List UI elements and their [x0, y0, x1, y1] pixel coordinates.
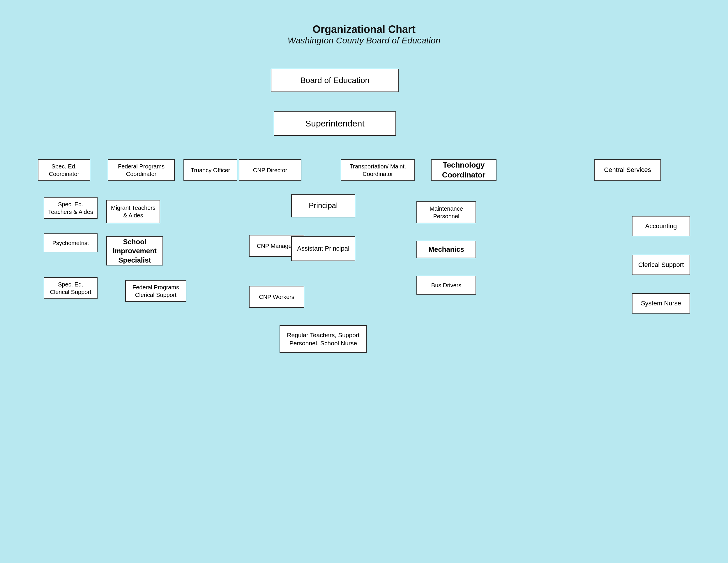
spec-ed-teachers-box: Spec. Ed. Teachers & Aides	[44, 197, 98, 219]
psychometrist-box: Psychometrist	[44, 233, 98, 252]
superintendent-box: Superintendent	[274, 111, 396, 136]
assistant-principal-box: Assistant Principal	[291, 236, 355, 261]
cnp-workers-box: CNP Workers	[249, 286, 304, 308]
clerical-support-box: Clerical Support	[632, 255, 690, 275]
truancy-officer-box: Truancy Officer	[183, 159, 237, 181]
transportation-coord-box: Transportation/ Maint. Coordinator	[341, 159, 415, 181]
school-improvement-box: School Improvement Specialist	[106, 236, 163, 265]
maintenance-box: Maintenance Personnel	[416, 201, 476, 223]
federal-clerical-box: Federal Programs Clerical Support	[125, 280, 186, 302]
federal-programs-coord-box: Federal Programs Coordinator	[108, 159, 175, 181]
mechanics-box: Mechanics	[416, 241, 476, 258]
technology-coord-box: Technology Coordinator	[431, 159, 496, 181]
chart-title: Organizational Chart	[288, 23, 441, 36]
migrant-teachers-box: Migrant Teachers & Aides	[106, 200, 160, 223]
spec-ed-coordinator-box: Spec. Ed. Coordinator	[38, 159, 90, 181]
principal-box: Principal	[291, 194, 355, 217]
board-of-education-box: Board of Education	[271, 69, 399, 92]
spec-ed-clerical-box: Spec. Ed. Clerical Support	[44, 277, 98, 299]
bus-drivers-box: Bus Drivers	[416, 276, 476, 295]
central-services-box: Central Services	[594, 159, 661, 181]
accounting-box: Accounting	[632, 216, 690, 236]
page-title: Organizational Chart Washington County B…	[288, 23, 441, 45]
cnp-director-box: CNP Director	[239, 159, 301, 181]
regular-teachers-box: Regular Teachers, Support Personnel, Sch…	[280, 325, 367, 353]
chart-subtitle: Washington County Board of Education	[288, 36, 441, 45]
system-nurse-box: System Nurse	[632, 293, 690, 314]
